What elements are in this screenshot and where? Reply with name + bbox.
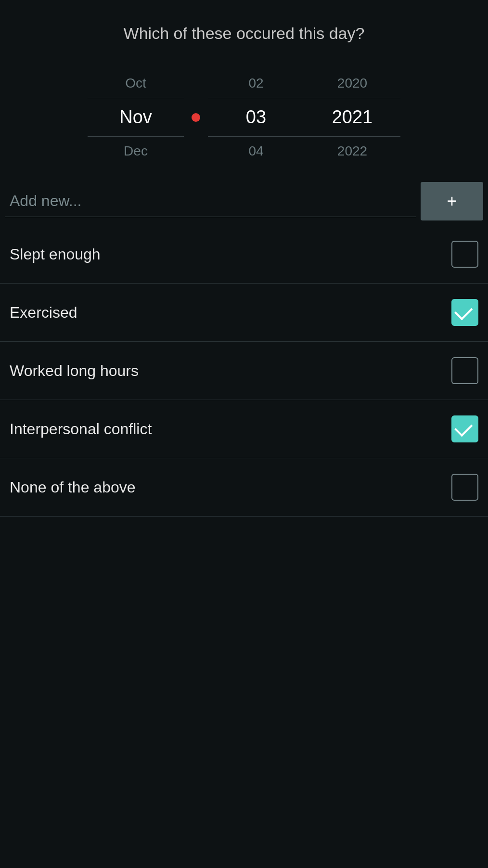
checklist-label-slept-enough: Slept enough — [10, 246, 101, 263]
checklist-item-slept-enough[interactable]: Slept enough — [0, 225, 488, 284]
add-new-button[interactable]: + — [421, 182, 483, 220]
year-col[interactable]: 2020 2021 2022 — [304, 67, 400, 168]
page-title: Which of these occured this day? — [95, 0, 394, 57]
add-new-section: + — [0, 182, 488, 225]
checkbox-none-of-the-above[interactable] — [451, 474, 478, 501]
checkbox-slept-enough[interactable] — [451, 241, 478, 268]
checklist-label-none-of-the-above: None of the above — [10, 479, 136, 496]
checklist-item-worked-long-hours[interactable]: Worked long hours — [0, 342, 488, 400]
year-prev[interactable]: 2020 — [304, 67, 400, 98]
month-selected[interactable]: Nov — [88, 98, 184, 137]
day-next[interactable]: 04 — [208, 137, 304, 168]
month-prev[interactable]: Oct — [88, 67, 184, 98]
red-dot-icon — [192, 113, 200, 122]
day-prev[interactable]: 02 — [208, 67, 304, 98]
plus-icon: + — [447, 191, 457, 211]
checklist-label-interpersonal-conflict: Interpersonal conflict — [10, 420, 152, 438]
checkbox-exercised[interactable] — [451, 299, 478, 326]
day-selected[interactable]: 03 — [208, 98, 304, 137]
checklist-item-exercised[interactable]: Exercised — [0, 284, 488, 342]
checklist-label-worked-long-hours: Worked long hours — [10, 362, 139, 380]
checkbox-interpersonal-conflict[interactable] — [451, 415, 478, 442]
month-next[interactable]: Dec — [88, 137, 184, 168]
selection-indicator — [184, 113, 208, 122]
month-col[interactable]: Oct Nov Dec — [88, 67, 184, 168]
checklist: Slept enoughExercisedWorked long hoursIn… — [0, 225, 488, 517]
day-col[interactable]: 02 03 04 — [208, 67, 304, 168]
checkbox-worked-long-hours[interactable] — [451, 357, 478, 384]
add-new-input[interactable] — [5, 185, 416, 217]
page-container: Which of these occured this day? Oct Nov… — [0, 0, 488, 868]
checklist-item-interpersonal-conflict[interactable]: Interpersonal conflict — [0, 400, 488, 458]
year-next[interactable]: 2022 — [304, 137, 400, 168]
checklist-label-exercised: Exercised — [10, 304, 77, 322]
checklist-item-none-of-the-above[interactable]: None of the above — [0, 458, 488, 517]
year-selected[interactable]: 2021 — [304, 98, 400, 137]
date-picker[interactable]: Oct Nov Dec 02 03 04 2020 2021 2022 — [0, 57, 488, 182]
